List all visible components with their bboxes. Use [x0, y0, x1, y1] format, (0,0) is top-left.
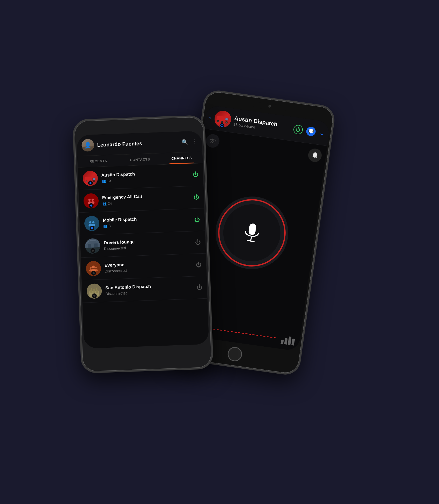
channel-item-austin-dispatch[interactable]: Austin Dispatch 👥 13 ⏻ — [78, 163, 204, 190]
chevron-down-icon[interactable]: ⌄ — [319, 129, 325, 137]
people-icon: 👥 — [101, 179, 106, 183]
user-name: Leonardo Fuentes — [97, 139, 182, 148]
channel-info-drivers: Drivers lounge Disconnected — [104, 237, 193, 251]
channel-item-mobile[interactable]: Mobile Dispatch 👥 8 ⏻ — [79, 208, 205, 235]
tab-channels[interactable]: CHANNELS — [161, 152, 203, 165]
phone-notch-right — [252, 102, 287, 112]
svg-rect-40 — [96, 288, 97, 290]
channel-indicator-emergency — [89, 203, 94, 208]
left-phone-screen: Leonardo Fuentes 🔍 ⋮ RECENTS CONTACTS CH… — [77, 131, 209, 348]
audio-level-bars — [280, 333, 295, 346]
people-icon-2: 👥 — [102, 201, 107, 206]
audio-bar-3 — [288, 337, 291, 345]
back-button[interactable]: ‹ — [209, 113, 212, 121]
channel-item-emergency[interactable]: Emergency All Call 👥 24 ⏻ — [79, 186, 204, 213]
svg-point-52 — [211, 140, 214, 143]
camera-icon — [210, 138, 216, 144]
alert-button[interactable] — [307, 148, 323, 163]
channel-avatar-san-antonio — [86, 283, 102, 299]
people-icon-3: 👥 — [103, 224, 107, 228]
svg-rect-39 — [94, 287, 94, 290]
user-avatar[interactable] — [81, 139, 94, 152]
svg-rect-36 — [93, 289, 95, 293]
audio-bar-2 — [284, 338, 287, 345]
channel-avatar-drivers — [85, 238, 100, 254]
audio-bar-1 — [280, 340, 284, 344]
channel-info-everyone: Everyone Disconnected — [104, 260, 193, 273]
channel-indicator-austin — [88, 181, 93, 186]
search-icon[interactable]: 🔍 — [181, 139, 188, 145]
header-actions: ⏻ 💬 ⌄ — [293, 124, 326, 138]
channel-avatar-emergency — [83, 193, 99, 209]
channel-list: Austin Dispatch 👥 13 ⏻ — [78, 163, 208, 303]
channel-indicator-everyone — [91, 271, 96, 276]
dispatch-channel-avatar — [213, 110, 232, 128]
power-on-button[interactable]: ⏻ — [293, 124, 304, 135]
header-icons: 🔍 ⋮ — [181, 138, 197, 145]
channel-info-austin: Austin Dispatch 👥 13 — [101, 170, 190, 183]
audio-bar-4 — [291, 339, 295, 346]
channel-indicator-mobile — [90, 226, 94, 231]
channel-item-everyone[interactable]: Everyone Disconnected ⏻ — [81, 254, 207, 281]
power-icon-mobile[interactable]: ⏻ — [194, 216, 200, 223]
channel-avatar-everyone — [86, 261, 101, 276]
channel-avatar-mobile — [84, 216, 100, 231]
more-options-icon[interactable]: ⋮ — [192, 138, 197, 145]
power-icon-emergency[interactable]: ⏻ — [193, 194, 199, 201]
ptt-ring — [214, 195, 290, 271]
svg-rect-1 — [85, 177, 92, 181]
channel-avatar-austin — [83, 171, 98, 186]
left-phone: Leonardo Fuentes 🔍 ⋮ RECENTS CONTACTS CH… — [72, 115, 214, 373]
power-icon-everyone[interactable]: ⏻ — [196, 261, 202, 268]
chat-button[interactable]: 💬 — [306, 126, 316, 137]
dispatch-channel-info: Austin Dispatch 13 connected — [233, 115, 291, 134]
svg-rect-51 — [210, 139, 216, 143]
power-icon-drivers[interactable]: ⏻ — [195, 239, 201, 246]
power-icon-san-antonio[interactable]: ⏻ — [196, 284, 202, 291]
channel-item-san-antonio[interactable]: San Antonio Dispatch Disconnected ⏻ — [82, 276, 208, 303]
home-button-right[interactable] — [227, 346, 243, 362]
svg-rect-3 — [93, 178, 95, 180]
tab-recents[interactable]: RECENTS — [77, 155, 119, 167]
svg-rect-44 — [225, 118, 228, 121]
channel-info-san-antonio: San Antonio Dispatch Disconnected — [105, 282, 194, 296]
phone-notch-left — [122, 123, 156, 130]
svg-rect-38 — [91, 288, 92, 290]
channel-item-drivers-lounge[interactable]: Drivers lounge Disconnected ⏻ — [80, 231, 206, 258]
channel-info-emergency: Emergency All Call 👥 24 — [102, 192, 191, 206]
bell-icon — [311, 151, 318, 159]
dispatch-truck-icon — [216, 114, 230, 124]
camera-button[interactable] — [205, 133, 220, 149]
channel-info-mobile: Mobile Dispatch 👥 8 — [103, 215, 192, 228]
tab-contacts[interactable]: CONTACTS — [119, 153, 161, 166]
power-icon-austin[interactable]: ⏻ — [193, 171, 198, 178]
ptt-button-outer — [211, 192, 293, 274]
user-avatar-image — [81, 139, 94, 152]
